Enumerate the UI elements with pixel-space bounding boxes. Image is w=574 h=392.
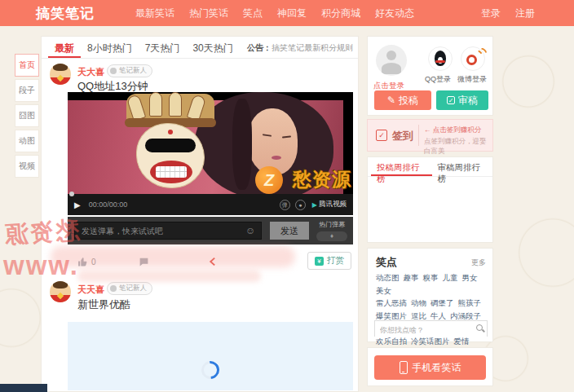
tab-30d-hot[interactable]: 30天热门 [186, 37, 239, 58]
play-button-icon[interactable]: ▶ [74, 200, 81, 209]
signin-button[interactable]: 签到 [392, 129, 413, 143]
user-badge: 笔记新人 [107, 282, 152, 295]
avatar-placeholder[interactable] [376, 45, 407, 76]
tag-search-input[interactable] [375, 323, 487, 337]
tag-link[interactable]: 动物 [411, 298, 426, 307]
tag-link[interactable]: 雷人恶搞 [376, 298, 407, 307]
mobile-card: 手机看笑话 [367, 347, 493, 386]
signin-divider [418, 125, 419, 146]
reward-label: 打赏 [327, 255, 344, 266]
tag-link[interactable]: 儿童 [443, 273, 458, 282]
leftnav-pics[interactable]: 囧图 [15, 104, 39, 127]
tag-link[interactable]: 爱情 [454, 337, 470, 346]
mobile-button-label: 手机看笑话 [413, 361, 461, 375]
avatar-hair [53, 281, 68, 288]
nav-god-replies[interactable]: 神回复 [277, 7, 307, 20]
tag-link[interactable]: 动态图 [376, 273, 400, 282]
settings-icon[interactable]: ● [295, 200, 306, 210]
nav-latest-jokes[interactable]: 最新笑话 [135, 7, 174, 20]
tab-7d-hot[interactable]: 7天热门 [139, 37, 187, 58]
watermark-logo-letter: Z [264, 171, 274, 190]
loading-spinner-icon [198, 358, 223, 383]
avatar-hair [53, 64, 68, 71]
share-icon [208, 256, 218, 267]
pencil-icon: ✎ [387, 95, 395, 106]
video-time: 00:00/00:00 [89, 200, 128, 209]
badge-icon [110, 285, 117, 292]
video-player: Z 愁资源 ▶ 00:00/00:00 弹 ● ▶ 腾讯视频 ☺ 发送 [68, 92, 353, 244]
girl-face [247, 108, 298, 175]
hot-danmaku-label: 热门弹幕 [314, 220, 350, 229]
weibo-login-icon[interactable] [461, 46, 485, 71]
tag-link[interactable]: 内涵段子 [450, 311, 481, 320]
user-badge: 笔记新人 [107, 64, 152, 77]
leftnav-jokes[interactable]: 段子 [15, 79, 39, 102]
review-post-button[interactable]: ✓审稿 [436, 90, 488, 110]
tab-latest[interactable]: 最新 [48, 37, 81, 58]
tag-link[interactable]: 冷笑话图片 [411, 337, 450, 346]
headdress-spike [169, 92, 182, 117]
nav-funny-points[interactable]: 笑点 [243, 7, 263, 20]
notice-link[interactable]: 搞笑笔记最新积分规则 [272, 43, 353, 52]
login-link[interactable]: 登录 [481, 7, 501, 20]
search-icon[interactable] [476, 324, 483, 331]
danmaku-send-button[interactable]: 发送 [270, 222, 309, 240]
tab-submit-rank[interactable]: 投稿周排行榜 [371, 157, 432, 176]
tab-review-rank[interactable]: 审稿周排行榜 [432, 157, 493, 176]
share-button[interactable] [208, 256, 218, 267]
comment-button[interactable] [139, 257, 149, 267]
danmaku-input[interactable] [74, 222, 262, 240]
seek-handle[interactable] [69, 192, 74, 196]
submit-post-button[interactable]: ✎投稿 [374, 90, 431, 110]
nav-points-mall[interactable]: 积分商城 [321, 7, 360, 20]
tag-search [374, 320, 488, 337]
tag-link[interactable]: 碉堡了 [430, 298, 454, 307]
provider-play-icon: ▶ [312, 201, 317, 209]
hot-danmaku-like-icon[interactable]: ♦ [316, 231, 347, 241]
signin-subtext: 点签到赚积分，迎娶白富美 [424, 137, 492, 156]
leftnav-videos[interactable]: 视频 [15, 155, 39, 178]
tag-link[interactable]: 欢乐自拍 [376, 337, 407, 346]
tag-link[interactable]: 逗比 [411, 311, 426, 320]
main-nav: 最新笑话 热门笑话 笑点 神回复 积分商城 好友动态 [135, 7, 414, 20]
tag-link[interactable]: 熊孩子 [458, 298, 482, 307]
avatar[interactable] [50, 281, 71, 302]
reward-button[interactable]: ¥ 打赏 [307, 252, 351, 270]
provider-logo: ▶ 腾讯视频 [312, 200, 347, 209]
post2-author[interactable]: 天天喜 [77, 284, 104, 296]
avatar[interactable] [50, 64, 71, 85]
hot-danmaku: 热门弹幕 ♦ [314, 220, 350, 241]
reward-coin-icon: ¥ [315, 257, 324, 266]
site-logo[interactable]: 搞笑笔记 [36, 4, 95, 23]
tags-card: 笑点 更多 动态图趣事糗事儿童男女美女 雷人恶搞动物碉堡了熊孩子 爆笑图片逗比牛… [367, 248, 493, 342]
register-link[interactable]: 注册 [515, 7, 535, 20]
tag-link[interactable]: 牛人 [430, 311, 446, 320]
leftnav-home[interactable]: 首页 [15, 54, 39, 77]
tag-link[interactable]: 糗事 [423, 273, 439, 282]
qq-login-icon[interactable] [428, 46, 453, 71]
feed-panel: 最新 8小时热门 7天热门 30天热门 公告：搞笑笔记最新积分规则 天大喜 笔记… [41, 36, 359, 392]
signin-earn-points-link[interactable]: ← 点击签到赚积分 [424, 126, 481, 135]
nav-hot-jokes[interactable]: 热门笑话 [189, 7, 228, 20]
review-label: 审稿 [458, 94, 478, 108]
checkbox-icon: ✓ [447, 96, 455, 104]
tag-link[interactable]: 爆笑图片 [376, 311, 407, 320]
danmaku-toggle-icon[interactable]: 弹 [280, 200, 290, 210]
thumb-up-icon [77, 257, 88, 267]
tab-8h-hot[interactable]: 8小时热门 [81, 37, 139, 58]
emoji-icon[interactable]: ☺ [245, 224, 255, 237]
weibo-login-label[interactable]: 微博登录 [457, 74, 487, 85]
video-screen[interactable]: Z 愁资源 [68, 92, 353, 194]
tag-link[interactable]: 男女 [462, 273, 478, 282]
more-link[interactable]: 更多 [471, 258, 486, 268]
like-button[interactable]: 0 [77, 257, 96, 267]
tag-link[interactable]: 趣事 [404, 273, 419, 282]
post1-author[interactable]: 天大喜 [77, 66, 104, 78]
mobile-jokes-button[interactable]: 手机看笑话 [374, 355, 486, 380]
nav-friend-feed[interactable]: 好友动态 [375, 7, 414, 20]
tag-link[interactable]: 美女 [376, 286, 391, 295]
tags-title: 笑点 [376, 255, 397, 270]
post2-title[interactable]: 新世界优酷 [77, 297, 130, 312]
leftnav-gifs[interactable]: 动图 [15, 130, 39, 152]
qq-login-label[interactable]: QQ登录 [425, 74, 451, 85]
